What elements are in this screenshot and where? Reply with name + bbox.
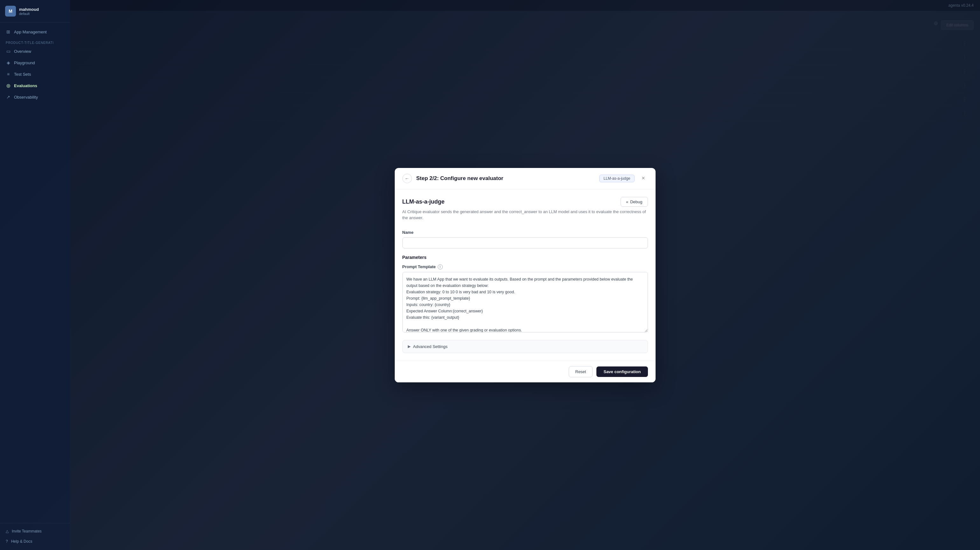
sidebar-item-label: Test Sets — [14, 72, 31, 77]
parameters-section: Parameters Prompt Template i — [402, 255, 648, 334]
sidebar-item-label: Overview — [14, 49, 31, 54]
evaluator-description: AI Critique evaluator sends the generate… — [402, 209, 648, 221]
sidebar-item-label: App Management — [14, 30, 47, 34]
close-button[interactable]: × — [639, 174, 648, 183]
sidebar-item-observability[interactable]: ↗ Observability — [3, 92, 67, 102]
configure-evaluator-modal: ← Step 2/2: Configure new evaluator LLM-… — [395, 168, 655, 382]
sidebar-nav: ⊞ App Management Product-title-generati … — [0, 22, 70, 523]
sidebar-item-test-sets[interactable]: ≡ Test Sets — [3, 69, 67, 79]
modal-footer: Reset Save configuration — [395, 361, 655, 382]
evaluator-title-row: LLM-as-a-judge « Debug — [402, 197, 648, 207]
prompt-template-label-text: Prompt Template — [402, 264, 436, 269]
debug-label: Debug — [630, 199, 642, 204]
avatar: M — [5, 6, 16, 16]
sidebar: M mahmoud default ⊞ App Management Produ… — [0, 0, 70, 550]
sidebar-section-label: Product-title-generati — [3, 38, 67, 46]
advanced-settings-label: Advanced Settings — [413, 344, 447, 349]
main-content: agenta v0.24.4 ⚙ Edit columns ⋮ ⋮ ⋮ ⋮ ⋮ — [70, 0, 980, 550]
sidebar-item-label: Playground — [14, 60, 35, 65]
evaluator-type-badge: LLM-as-a-judge — [599, 175, 634, 182]
name-input[interactable] — [402, 237, 648, 248]
sidebar-item-playground[interactable]: ◈ Playground — [3, 57, 67, 68]
sidebar-username: mahmoud — [19, 7, 39, 12]
sidebar-user-info: mahmoud default — [19, 7, 39, 16]
app-management-icon: ⊞ — [6, 29, 11, 34]
parameters-title: Parameters — [402, 255, 648, 260]
name-label: Name — [402, 230, 648, 235]
back-button[interactable]: ← — [402, 174, 412, 183]
advanced-settings-toggle[interactable]: ▶ Advanced Settings — [402, 340, 648, 353]
reset-button[interactable]: Reset — [569, 366, 593, 377]
sidebar-item-help-docs[interactable]: ? Help & Docs — [3, 537, 67, 546]
modal-body: LLM-as-a-judge « Debug AI Critique evalu… — [395, 189, 655, 361]
sidebar-item-label: Evaluations — [14, 83, 37, 88]
sidebar-role: default — [19, 12, 39, 16]
sidebar-item-label: Help & Docs — [11, 539, 32, 544]
sidebar-item-invite-teammates[interactable]: △ Invite Teammates — [3, 526, 67, 536]
sidebar-item-app-management[interactable]: ⊞ App Management — [3, 26, 67, 37]
name-section: Name — [402, 230, 648, 248]
evaluator-title-text: LLM-as-a-judge — [402, 199, 445, 205]
sidebar-item-label: Observability — [14, 95, 38, 100]
invite-teammates-icon: △ — [6, 529, 9, 534]
prompt-template-info-icon[interactable]: i — [438, 264, 443, 269]
modal-header: ← Step 2/2: Configure new evaluator LLM-… — [395, 168, 655, 189]
advanced-settings-chevron-icon: ▶ — [408, 344, 410, 349]
evaluations-icon: ◎ — [6, 83, 11, 88]
test-sets-icon: ≡ — [6, 72, 11, 77]
sidebar-item-evaluations[interactable]: ◎ Evaluations — [3, 80, 67, 91]
modal-title: Step 2/2: Configure new evaluator — [416, 175, 595, 182]
sidebar-item-overview[interactable]: ▭ Overview — [3, 46, 67, 57]
prompt-template-label: Prompt Template i — [402, 264, 648, 269]
save-configuration-button[interactable]: Save configuration — [597, 366, 648, 377]
sidebar-item-label: Invite Teammates — [12, 529, 42, 534]
back-icon: ← — [405, 176, 409, 181]
help-docs-icon: ? — [6, 539, 8, 544]
overview-icon: ▭ — [6, 49, 11, 54]
sidebar-bottom: △ Invite Teammates ? Help & Docs — [0, 523, 70, 550]
prompt-template-textarea[interactable] — [402, 272, 648, 332]
observability-icon: ↗ — [6, 94, 11, 100]
debug-chevron-icon: « — [626, 199, 628, 204]
modal-overlay: ← Step 2/2: Configure new evaluator LLM-… — [70, 0, 980, 550]
debug-button[interactable]: « Debug — [620, 197, 648, 207]
playground-icon: ◈ — [6, 60, 11, 65]
sidebar-header: M mahmoud default — [0, 0, 70, 22]
